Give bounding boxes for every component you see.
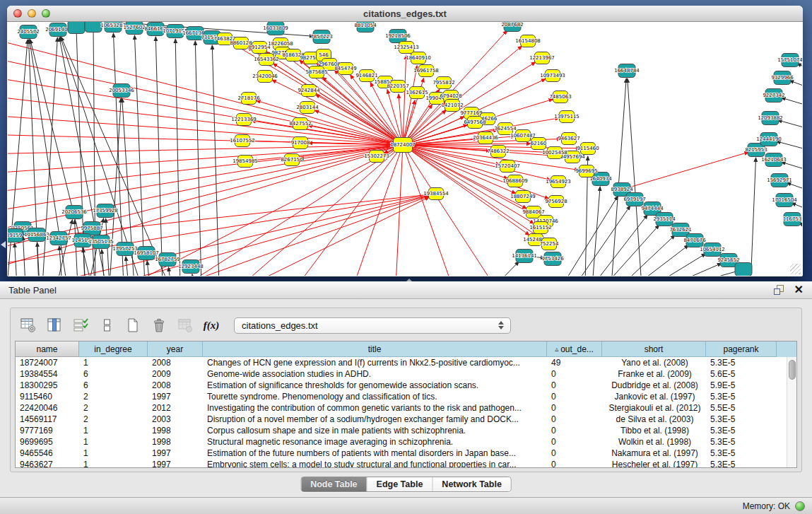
column-header-year[interactable]: year bbox=[148, 341, 203, 357]
table-cell[interactable]: 22420046 bbox=[16, 403, 79, 413]
close-panel-icon[interactable]: ✕ bbox=[794, 285, 804, 295]
graph-node[interactable]: 1362615 bbox=[406, 87, 428, 99]
graph-node[interactable]: 9756928 bbox=[545, 196, 567, 208]
table-cell[interactable]: de Silva et al. (2003) bbox=[602, 414, 706, 424]
graph-node[interactable]: 12325413 bbox=[394, 42, 419, 54]
graph-node[interactable]: 62160 bbox=[531, 138, 546, 150]
table-cell[interactable]: 18300295 bbox=[16, 380, 79, 390]
table-cell[interactable]: 2008 bbox=[148, 358, 203, 368]
table-cell[interactable]: Structural magnetic resonance image aver… bbox=[203, 437, 547, 447]
table-cell[interactable]: 49 bbox=[547, 358, 602, 368]
new-table-icon[interactable] bbox=[124, 316, 142, 334]
table-cell[interactable]: 2009 bbox=[148, 369, 203, 379]
delete-table-icon[interactable] bbox=[150, 316, 168, 334]
table-cell[interactable]: 5.6E-5 bbox=[706, 369, 777, 379]
graph-node[interactable]: 9227342 bbox=[763, 89, 784, 103]
table-cell[interactable]: 1 bbox=[79, 448, 148, 458]
table-cell[interactable]: 2 bbox=[79, 414, 148, 424]
graph-node[interactable]: 20691406 bbox=[45, 23, 71, 37]
table-cell[interactable]: 5.3E-5 bbox=[706, 392, 777, 402]
graph-node[interactable]: 18640910 bbox=[406, 52, 431, 64]
table-cell[interactable]: Wolkin et al. (1998) bbox=[602, 437, 706, 447]
graph-node[interactable]: 7857223 bbox=[310, 30, 332, 44]
graph-node[interactable]: 8471676 bbox=[683, 234, 706, 247]
table-cell[interactable]: Franke et al. (2009) bbox=[602, 369, 706, 379]
table-cell[interactable]: Tourette syndrome. Phenomenology and cla… bbox=[203, 392, 547, 402]
table-row[interactable]: 1872400712008Changes of HCN gene express… bbox=[16, 357, 796, 368]
table-cell[interactable]: 0 bbox=[547, 460, 602, 467]
table-cell[interactable]: 2003 bbox=[148, 414, 203, 424]
table-cell[interactable]: Nakamura et al. (1997) bbox=[602, 448, 706, 458]
table-cell[interactable]: 9777169 bbox=[16, 426, 79, 436]
table-cell[interactable]: 14569117 bbox=[16, 414, 79, 424]
table-cell[interactable]: 0 bbox=[547, 426, 602, 436]
column-chooser-icon[interactable] bbox=[45, 316, 64, 334]
minimize-window-icon[interactable] bbox=[28, 9, 36, 18]
tab-network-table[interactable]: Network Table bbox=[433, 477, 511, 491]
graph-node[interactable]: 1753426 bbox=[541, 252, 564, 266]
table-row[interactable]: 977716911998Corpus callosum shape and si… bbox=[16, 425, 796, 436]
graph-node[interactable]: 12342757 bbox=[46, 232, 71, 245]
table-cell[interactable]: 0 bbox=[547, 369, 602, 379]
graph-node[interactable]: 10688609 bbox=[502, 175, 528, 187]
graph-node[interactable]: 2087682 bbox=[501, 22, 523, 32]
graph-node[interactable] bbox=[85, 22, 102, 33]
graph-node[interactable]: 6979197 bbox=[623, 193, 645, 206]
network-canvas[interactable]: 2405572206914061065328715276028466160107… bbox=[8, 22, 802, 276]
table-row[interactable]: 946362711997Embryonic stem cells: a mode… bbox=[16, 459, 796, 467]
graph-node[interactable]: 16961758 bbox=[413, 65, 439, 77]
table-cell[interactable]: 9115460 bbox=[16, 392, 79, 402]
tab-node-table[interactable]: Node Table bbox=[301, 477, 367, 491]
graph-node[interactable]: 2718176 bbox=[237, 93, 260, 105]
table-cell[interactable]: 18724007 bbox=[16, 358, 79, 368]
table-cell[interactable]: 1998 bbox=[148, 426, 203, 436]
table-cell[interactable]: 5.9E-5 bbox=[706, 380, 777, 390]
graph-node[interactable]: 16210643 bbox=[761, 153, 787, 167]
column-header-pagerank[interactable]: pagerank bbox=[706, 341, 777, 357]
table-cell[interactable]: 5.3E-5 bbox=[706, 414, 777, 424]
table-cell[interactable]: 0 bbox=[547, 414, 602, 424]
graph-node[interactable]: 2935114 bbox=[653, 213, 676, 226]
table-cell[interactable]: Genome-wide association studies in ADHD. bbox=[203, 369, 547, 379]
graph-node[interactable]: 19654923 bbox=[546, 176, 571, 188]
graph-node[interactable]: 14136141 bbox=[512, 250, 537, 263]
graph-node[interactable]: 9975887 bbox=[81, 222, 102, 235]
graph-node[interactable]: 12213967 bbox=[529, 52, 555, 64]
graph-node[interactable]: 2405572 bbox=[17, 25, 39, 39]
table-settings-icon[interactable] bbox=[19, 316, 37, 334]
graph-node[interactable]: 9329966 bbox=[771, 71, 794, 85]
table-row[interactable]: 1938455462009Genome-wide association stu… bbox=[16, 368, 796, 380]
column-header-in-degree[interactable]: in_degree bbox=[79, 341, 148, 357]
table-cell[interactable]: 0 bbox=[547, 448, 602, 458]
table-cell[interactable]: Disruption of a novel member of a sodium… bbox=[203, 414, 547, 424]
graph-node[interactable]: 19854985 bbox=[233, 156, 258, 168]
graph-node[interactable]: 2803144 bbox=[296, 102, 319, 114]
table-cell[interactable]: 0 bbox=[547, 437, 602, 447]
tab-edge-table[interactable]: Edge Table bbox=[367, 477, 433, 491]
table-cell[interactable]: Embryonic stem cells: a model to study s… bbox=[203, 460, 547, 467]
column-header-short[interactable]: short bbox=[602, 341, 706, 357]
table-cell[interactable]: 1997 bbox=[148, 448, 203, 458]
table-row[interactable]: 1830029562008Estimation of significance … bbox=[16, 380, 796, 391]
table-cell[interactable]: 9463627 bbox=[16, 460, 79, 467]
table-cell[interactable]: 1 bbox=[79, 437, 148, 447]
graph-node[interactable]: 16107552 bbox=[230, 135, 255, 147]
graph-node[interactable]: 15720407 bbox=[495, 160, 520, 173]
table-cell[interactable]: Investigating the contribution of common… bbox=[203, 403, 547, 413]
table-cell[interactable]: Corpus callosum shape and size in male p… bbox=[203, 426, 547, 436]
table-cell[interactable]: 6 bbox=[79, 380, 148, 390]
column-header-title[interactable]: title bbox=[203, 341, 547, 357]
table-cell[interactable]: 5.3E-5 bbox=[706, 448, 777, 458]
table-row[interactable]: 969969511998Structural magnetic resonanc… bbox=[16, 436, 796, 448]
table-cell[interactable]: Estimation of significance thresholds fo… bbox=[203, 380, 547, 390]
table-cell[interactable]: Estimation of the future numbers of pati… bbox=[203, 448, 547, 458]
table-row[interactable]: 946554611997Estimation of the future num… bbox=[16, 448, 796, 459]
float-panel-icon[interactable] bbox=[774, 285, 784, 295]
column-header-name[interactable]: name bbox=[16, 341, 79, 357]
graph-node[interactable]: 9115460 bbox=[577, 143, 599, 155]
table-cell[interactable]: 5.3E-5 bbox=[706, 426, 777, 436]
import-table-icon[interactable] bbox=[176, 316, 194, 334]
table-cell[interactable]: 0 bbox=[547, 392, 602, 402]
table-cell[interactable]: 2 bbox=[79, 392, 148, 402]
resize-grip-icon[interactable] bbox=[790, 264, 801, 274]
